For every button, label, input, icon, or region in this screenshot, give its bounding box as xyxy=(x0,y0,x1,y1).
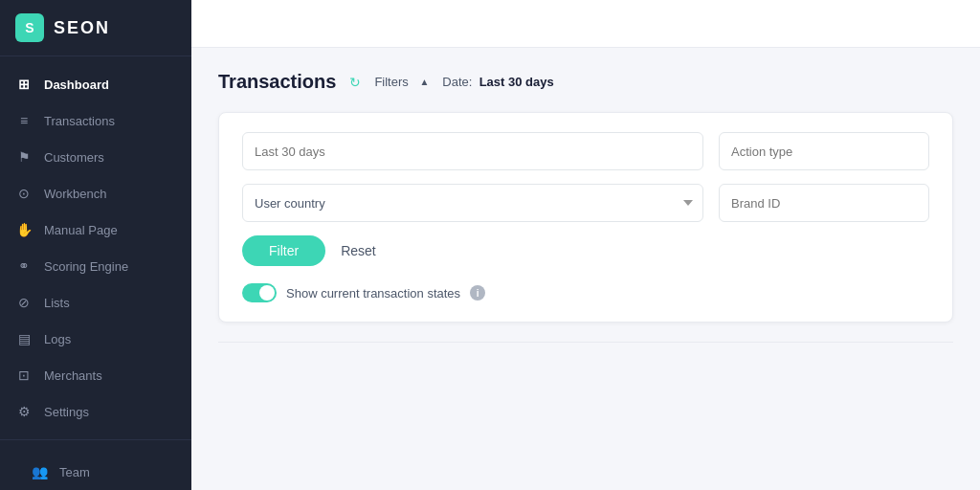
chevron-up-icon: ▲ xyxy=(419,77,429,87)
sidebar-item-label: Merchants xyxy=(44,368,102,383)
sidebar-footer: 👥 Team xyxy=(0,439,191,490)
sidebar-item-dashboard[interactable]: ⊞ Dashboard xyxy=(0,66,191,102)
sidebar-item-transactions[interactable]: ≡ Transactions xyxy=(0,102,191,139)
sidebar-item-lists[interactable]: ⊘ Lists xyxy=(0,284,191,321)
filter-row-2: User country xyxy=(242,184,929,222)
sidebar-nav: ⊞ Dashboard ≡ Transactions ⚑ Customers ⊙… xyxy=(0,56,191,439)
sidebar-item-label: Logs xyxy=(44,332,71,346)
filter-card: User country Filter Reset Show current t… xyxy=(218,112,953,323)
sidebar: S SEON ⊞ Dashboard ≡ Transactions ⚑ Cust… xyxy=(0,0,191,490)
transactions-icon: ≡ xyxy=(15,112,33,129)
sidebar-item-logs[interactable]: ▤ Logs xyxy=(0,321,191,357)
bottom-divider xyxy=(218,342,953,343)
sidebar-item-scoring-engine[interactable]: ⚭ Scoring Engine xyxy=(0,248,191,284)
sidebar-item-workbench[interactable]: ⊙ Workbench xyxy=(0,175,191,212)
customers-icon: ⚑ xyxy=(15,148,33,166)
sidebar-item-manual-page[interactable]: ✋ Manual Page xyxy=(0,212,191,248)
sidebar-item-label: Workbench xyxy=(44,187,107,201)
main-content: Transactions ↻ Filters ▲ Date: Last 30 d… xyxy=(191,0,980,490)
sidebar-item-settings[interactable]: ⚙ Settings xyxy=(0,393,191,430)
sidebar-item-label: Customers xyxy=(44,150,104,165)
merchants-icon: ⊡ xyxy=(15,367,33,384)
reset-button[interactable]: Reset xyxy=(341,243,376,258)
sidebar-item-merchants[interactable]: ⊡ Merchants xyxy=(0,357,191,393)
sidebar-item-label: Transactions xyxy=(44,114,115,128)
sidebar-item-label: Dashboard xyxy=(44,78,109,92)
workbench-icon: ⊙ xyxy=(15,185,33,202)
refresh-icon[interactable]: ↻ xyxy=(349,75,361,90)
sidebar-item-label: Settings xyxy=(44,405,89,419)
sidebar-item-team[interactable]: 👥 Team xyxy=(15,454,176,490)
topbar xyxy=(191,0,980,48)
toggle-row: Show current transaction states i xyxy=(242,283,929,302)
filter-row-1 xyxy=(242,132,929,170)
sidebar-item-label: Manual Page xyxy=(44,223,118,237)
filters-label: Filters xyxy=(374,75,408,89)
dashboard-icon: ⊞ xyxy=(15,76,33,93)
logo-text: SEON xyxy=(54,18,110,38)
info-icon[interactable]: i xyxy=(470,285,485,301)
toggle-label: Show current transaction states xyxy=(286,286,460,301)
date-range-label: Date: Last 30 days xyxy=(442,75,553,89)
lists-icon: ⊘ xyxy=(15,294,33,311)
filter-actions: Filter Reset xyxy=(242,235,929,266)
logs-icon: ▤ xyxy=(15,330,33,347)
manual-page-icon: ✋ xyxy=(15,221,33,238)
filters-button[interactable]: Filters ▲ xyxy=(374,75,429,89)
brand-id-input[interactable] xyxy=(719,184,929,222)
user-country-select[interactable]: User country xyxy=(242,184,703,222)
action-type-input[interactable] xyxy=(719,132,929,170)
settings-icon: ⚙ xyxy=(15,403,33,420)
sidebar-item-label: Team xyxy=(59,465,90,479)
sidebar-item-label: Scoring Engine xyxy=(44,259,128,274)
team-icon: 👥 xyxy=(31,463,48,480)
logo-icon: S xyxy=(15,13,44,42)
transaction-states-toggle[interactable] xyxy=(242,283,277,302)
content-area: Transactions ↻ Filters ▲ Date: Last 30 d… xyxy=(191,48,980,490)
sidebar-logo: S SEON xyxy=(0,0,191,56)
toggle-slider xyxy=(242,283,277,302)
transactions-header: Transactions ↻ Filters ▲ Date: Last 30 d… xyxy=(218,71,953,93)
sidebar-item-label: Lists xyxy=(44,296,70,310)
sidebar-item-customers[interactable]: ⚑ Customers xyxy=(0,139,191,175)
page-title: Transactions xyxy=(218,71,336,93)
scoring-engine-icon: ⚭ xyxy=(15,257,33,275)
filter-button[interactable]: Filter xyxy=(242,235,325,266)
date-range-input[interactable] xyxy=(242,132,703,170)
